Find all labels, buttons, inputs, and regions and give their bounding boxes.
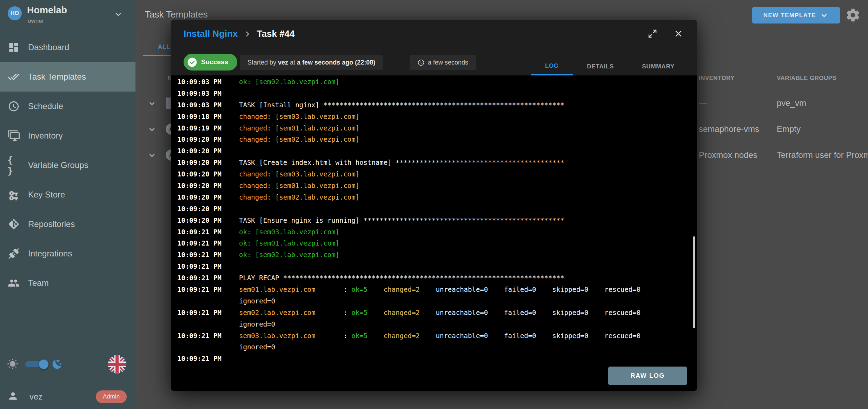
log-scrollbar[interactable] bbox=[693, 236, 695, 328]
username: vez bbox=[29, 392, 42, 402]
log-line: 10:09:21 PM bbox=[177, 261, 697, 272]
status-label: Success bbox=[201, 58, 228, 66]
status-badge: Success bbox=[184, 54, 237, 71]
log-line: 10:09:21 PMok: [sem01.lab.vezpi.com] bbox=[177, 237, 697, 249]
connection-icon bbox=[7, 247, 20, 260]
task-dialog: Install Nginx Task #44 Success Started b… bbox=[171, 20, 697, 391]
key-icon bbox=[7, 188, 20, 201]
sidebar-item-label: Repositories bbox=[28, 219, 75, 229]
inventory-cell: — bbox=[699, 90, 707, 116]
column-header-inventory: INVENTORY bbox=[699, 75, 735, 82]
started-by-chip: Started by vez at a few seconds ago (22:… bbox=[240, 55, 383, 70]
log-line: 10:09:20 PMchanged: [sem02.lab.vezpi.com… bbox=[177, 192, 697, 203]
log-line: 10:09:21 PM bbox=[177, 353, 697, 364]
template-link[interactable]: Install Nginx bbox=[184, 28, 238, 39]
log-line: 10:09:03 PMTASK [Install nginx] ********… bbox=[177, 99, 697, 111]
log-line: 10:09:21 PMsem02.lab.vezpi.com : ok=5 ch… bbox=[177, 307, 697, 319]
chevron-down-icon bbox=[114, 10, 123, 20]
sidebar-item-schedule[interactable]: Schedule bbox=[0, 92, 135, 121]
task-dialog-tabs: LOG DETAILS SUMMARY bbox=[531, 58, 689, 75]
sidebar-item-variable-groups[interactable]: { } Variable Groups bbox=[0, 150, 135, 180]
log-line: 10:09:21 PMsem03.lab.vezpi.com : ok=5 ch… bbox=[177, 330, 697, 342]
log-line: ignored=0 bbox=[177, 341, 697, 353]
sidebar-item-dashboard[interactable]: Dashboard bbox=[0, 33, 135, 62]
chevron-right-icon bbox=[243, 29, 252, 39]
variable-groups-cell: Terraform user for Proxmox bbox=[777, 142, 868, 168]
toggle-knob bbox=[39, 360, 48, 369]
task-log-output: 10:09:03 PMok: [sem02.lab.vezpi.com]10:0… bbox=[171, 75, 697, 391]
sidebar: HO Homelab owner Dashboard Task Template… bbox=[0, 0, 135, 409]
breadcrumb: Install Nginx Task #44 bbox=[184, 28, 295, 39]
clock-icon bbox=[7, 100, 20, 113]
tab-details[interactable]: DETAILS bbox=[573, 58, 628, 75]
sidebar-item-repositories[interactable]: Repositories bbox=[0, 209, 135, 239]
dialog-actions bbox=[647, 28, 684, 39]
log-line: 10:09:20 PMTASK [Create index.html with … bbox=[177, 157, 697, 168]
dashboard-icon bbox=[7, 41, 20, 54]
dark-mode-toggle[interactable] bbox=[25, 361, 46, 367]
log-line: 10:09:20 PMchanged: [sem03.lab.vezpi.com… bbox=[177, 168, 697, 180]
log-line: 10:09:21 PMok: [sem02.lab.vezpi.com] bbox=[177, 249, 697, 261]
log-line: 10:09:18 PMchanged: [sem03.lab.vezpi.com… bbox=[177, 111, 697, 122]
sun-icon bbox=[7, 358, 18, 371]
sidebar-item-key-store[interactable]: Key Store bbox=[0, 180, 135, 209]
language-flag-uk[interactable] bbox=[108, 355, 126, 374]
tab-log[interactable]: LOG bbox=[531, 58, 573, 75]
inventory-cell: Proxmox nodes bbox=[699, 142, 757, 168]
project-name: Homelab bbox=[27, 5, 67, 16]
duration-chip: a few seconds bbox=[410, 55, 476, 70]
project-avatar: HO bbox=[8, 6, 22, 20]
project-switcher[interactable]: HO Homelab owner bbox=[0, 0, 135, 33]
log-line: ignored=0 bbox=[177, 319, 697, 330]
git-icon bbox=[7, 218, 20, 230]
user-icon bbox=[7, 390, 19, 403]
sidebar-item-label: Dashboard bbox=[28, 42, 69, 52]
duration-label: a few seconds bbox=[428, 59, 468, 66]
log-line: 10:09:21 PMok: [sem03.lab.vezpi.com] bbox=[177, 226, 697, 238]
task-dialog-header: Install Nginx Task #44 bbox=[171, 20, 697, 49]
expand-icon[interactable] bbox=[647, 28, 658, 39]
log-line: 10:09:20 PM bbox=[177, 203, 697, 215]
people-icon bbox=[7, 277, 20, 289]
raw-log-button[interactable]: RAW LOG bbox=[608, 367, 687, 385]
log-line: 10:09:03 PMok: [sem02.lab.vezpi.com] bbox=[177, 76, 697, 88]
log-line: 10:09:21 PMsem01.lab.vezpi.com : ok=5 ch… bbox=[177, 284, 697, 295]
sidebar-item-label: Key Store bbox=[28, 190, 65, 200]
sidebar-item-label: Variable Groups bbox=[28, 160, 88, 170]
close-icon[interactable] bbox=[673, 28, 684, 39]
log-line: 10:09:20 PMTASK [Ensure nginx is running… bbox=[177, 215, 697, 226]
checks-icon bbox=[7, 71, 20, 83]
task-number: Task #44 bbox=[257, 28, 295, 39]
user-menu[interactable]: vez Admin bbox=[0, 388, 135, 406]
log-line: 10:09:20 PM bbox=[177, 145, 697, 157]
theme-switcher-row bbox=[0, 355, 135, 373]
sidebar-item-label: Inventory bbox=[28, 131, 63, 141]
sidebar-item-label: Task Templates bbox=[28, 72, 86, 82]
log-line: 10:09:21 PMPLAY RECAP ******************… bbox=[177, 272, 697, 284]
sidebar-item-label: Team bbox=[28, 278, 49, 288]
sidebar-item-integrations[interactable]: Integrations bbox=[0, 239, 135, 268]
tab-summary[interactable]: SUMMARY bbox=[628, 58, 689, 75]
check-circle-icon bbox=[187, 57, 198, 68]
chevron-down-icon[interactable] bbox=[147, 125, 157, 135]
sidebar-item-label: Schedule bbox=[28, 101, 63, 111]
sidebar-item-label: Integrations bbox=[28, 249, 72, 259]
log-line: 10:09:20 PMchanged: [sem01.lab.vezpi.com… bbox=[177, 180, 697, 192]
task-status-bar: Success Started by vez at a few seconds … bbox=[171, 49, 697, 75]
sidebar-item-team[interactable]: Team bbox=[0, 268, 135, 298]
clock-icon bbox=[417, 59, 425, 66]
variable-groups-cell: Empty bbox=[777, 116, 801, 142]
column-header-variable-groups: VARIABLE GROUPS bbox=[777, 75, 836, 82]
chevron-down-icon[interactable] bbox=[147, 151, 157, 161]
project-role: owner bbox=[28, 18, 44, 25]
sidebar-item-inventory[interactable]: Inventory bbox=[0, 121, 135, 150]
braces-icon: { } bbox=[7, 159, 20, 172]
admin-badge: Admin bbox=[96, 390, 127, 403]
variable-groups-cell: pve_vm bbox=[777, 90, 806, 116]
moon-icon bbox=[52, 358, 63, 371]
log-line: ignored=0 bbox=[177, 295, 697, 307]
sidebar-item-task-templates[interactable]: Task Templates bbox=[0, 62, 135, 92]
log-line: 10:09:19 PMchanged: [sem01.lab.vezpi.com… bbox=[177, 122, 697, 134]
chevron-down-icon[interactable] bbox=[147, 99, 157, 109]
monitor-icon bbox=[7, 129, 20, 142]
